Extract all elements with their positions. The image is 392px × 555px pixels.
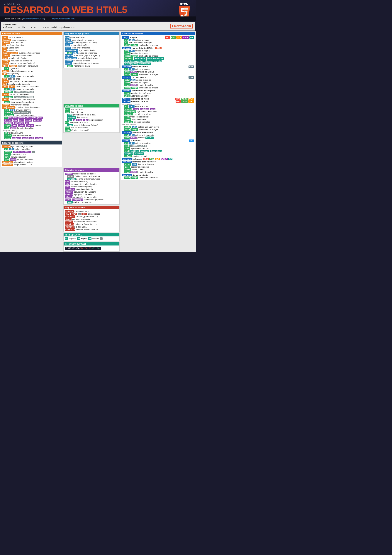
desc-wh-object: ancho/alto de imagen xyxy=(139,87,158,89)
tag-pre: <pre> xyxy=(65,47,71,49)
desc-s: texto eliminado (inexacto) xyxy=(7,83,30,85)
val-en: en xyxy=(77,237,81,240)
desc-dfn: definición / abreviatura xyxy=(18,65,38,67)
desc-name-param: nombre del parámetro xyxy=(131,92,151,94)
tag-embed: <embed> xyxy=(122,66,132,68)
desc-alt-img: texto alternativo a imagen xyxy=(129,41,152,44)
val-subtitles: subtitles xyxy=(130,150,139,152)
attr-cite-q: cite xyxy=(4,75,9,78)
tag-var: <var> xyxy=(2,57,8,59)
attr-src-img: src xyxy=(124,39,128,41)
desc-source-picture: formatos para <picture> xyxy=(132,161,156,163)
desc-h: encabezados xyxy=(88,213,100,215)
attr-url-object: URL xyxy=(130,79,136,81)
val-A: A xyxy=(79,119,82,121)
val-blank: _blank xyxy=(18,124,25,127)
attr-mime-source: MIME xyxy=(130,137,136,139)
idioma-title: Idioma (ISO639-1) xyxy=(64,233,119,236)
attr-height-video: height xyxy=(131,128,138,131)
attr-value-data: value xyxy=(4,101,10,103)
val-more: ... xyxy=(32,151,35,153)
attr-url-source: URL xyxy=(129,134,135,136)
etiquetas-multimedia-section: Etiquetas multimedia <img> imagen JPG PN… xyxy=(120,31,196,252)
desc-sub: subíndice / superíndice xyxy=(19,52,40,54)
desc-script: ejecuta o carga un script xyxy=(11,146,34,148)
attr-kind-track: kind xyxy=(124,150,129,152)
desc-b: palabra clave xyxy=(7,47,19,49)
desc-wh-embed: ancho/alto de imagen xyxy=(139,73,158,75)
tag-aside: <aside> xyxy=(65,220,73,223)
badge-swf-object: SWF xyxy=(189,76,194,79)
desc-cite-q: enlace de referencia xyxy=(15,75,34,77)
desc-border: (fallback para UA limitados) xyxy=(75,175,100,177)
desc-tfoot: agrupación de pie de tabla xyxy=(73,196,97,198)
val-chapters: chapters xyxy=(124,153,133,155)
desc-noscript: alternativa sin scripts xyxy=(14,161,33,163)
attr-iso-track: Idioma (ISO639-1) xyxy=(130,145,147,147)
desc-controls: muestra controles xyxy=(134,121,150,123)
attr-alt-img: alt xyxy=(124,41,128,44)
tag-em: <em> xyxy=(2,36,8,39)
tag-a: <a> xyxy=(2,106,7,109)
label-video-only: solo para <video> xyxy=(122,124,136,126)
val-parent: _parent xyxy=(26,124,34,127)
attr-cite-bq: cite xyxy=(67,52,71,54)
etiquetas-listas-section: Etiquetas de listas <ul>lista sin orden … xyxy=(63,103,120,168)
fmt-svg: SVG xyxy=(176,36,182,39)
attr-mime-object: MIME xyxy=(130,84,136,86)
tag-p: <p> xyxy=(65,36,70,39)
tag-th: <th> xyxy=(65,183,70,185)
val-default: default xyxy=(35,137,43,139)
tag-li: <li> xyxy=(65,121,69,124)
label-video-audio: para <video> y <audio> xyxy=(122,103,141,105)
fmt-webm: WEBM xyxy=(181,98,188,100)
attr-loop: loop xyxy=(124,116,129,118)
tag-hr: <hr> xyxy=(65,44,70,46)
attr-default-track: default xyxy=(124,155,132,157)
desc-iframe: marco flotante (HTML) xyxy=(132,47,154,49)
tag-track: <track> xyxy=(122,139,130,142)
attr-url-poster: URL xyxy=(132,126,137,128)
desc-tr: fila de la tabla (row) xyxy=(71,180,88,183)
val-prev: prev xyxy=(13,119,18,122)
val-allow-pointer: allow-pointer-lock xyxy=(147,57,164,60)
attr-url-va: URL xyxy=(129,105,135,108)
twitter-link[interactable]: http://twitter.com/Manz xyxy=(23,18,44,20)
fmt-webp-pic: WEBP xyxy=(161,158,168,161)
fmt-webp: WEBP xyxy=(182,36,189,39)
attr-type-source: type xyxy=(124,137,129,139)
desc-defer: aplaza ejecución xyxy=(11,156,26,158)
tag-col: <col> xyxy=(65,198,71,201)
syntax-box: Sintaxis HTML <elemento atributo ="valor… xyxy=(1,22,195,30)
tag-time: <time> xyxy=(2,93,9,96)
tag-tbody: <tbody> xyxy=(65,193,73,196)
attr-url-href: URL xyxy=(10,109,15,111)
attr-alt-area: alt xyxy=(4,132,8,134)
desc-coords: lista de coordenadas xyxy=(12,134,31,137)
attr-mediagroup: mediagroup xyxy=(124,110,136,113)
desc-td: datos de la tabla (data) xyxy=(71,186,92,188)
desc-table: tabla de datos tabulados xyxy=(73,173,96,175)
attr-url-script: URL xyxy=(9,148,14,150)
desc-code: fragmento de código xyxy=(11,104,29,106)
site-link[interactable]: http://www.emezeta.com/ xyxy=(52,18,75,20)
tag-figure: <figure> xyxy=(65,54,73,57)
fmt-ogv: OGV xyxy=(189,98,194,100)
desc-cite: títulos de trabajos u obras xyxy=(9,70,33,72)
desc-type-embed: formato de archivo xyxy=(137,71,154,73)
fmt-ogg: OGG xyxy=(188,100,194,103)
desc-de: alemán xyxy=(92,238,99,240)
attr-type-script: type xyxy=(4,158,9,161)
desc-srcset: lista de imágenes xyxy=(138,163,154,165)
attr-type-source-pic: type xyxy=(124,171,129,173)
tag-section: <section> xyxy=(65,215,75,218)
tag-video: <video> xyxy=(122,98,130,100)
tag-ol: <ol> xyxy=(65,111,70,113)
attr-reversed: reversed xyxy=(67,116,76,119)
codec-semicolon: ;codecs= xyxy=(137,137,145,139)
desc-caption: leyenda de la tabla xyxy=(76,188,93,190)
val-I: I xyxy=(86,119,88,121)
fmt-png-pic: PNG xyxy=(149,158,155,161)
val-1: 1 xyxy=(73,119,76,121)
attr-url-embed: URL xyxy=(129,68,135,71)
